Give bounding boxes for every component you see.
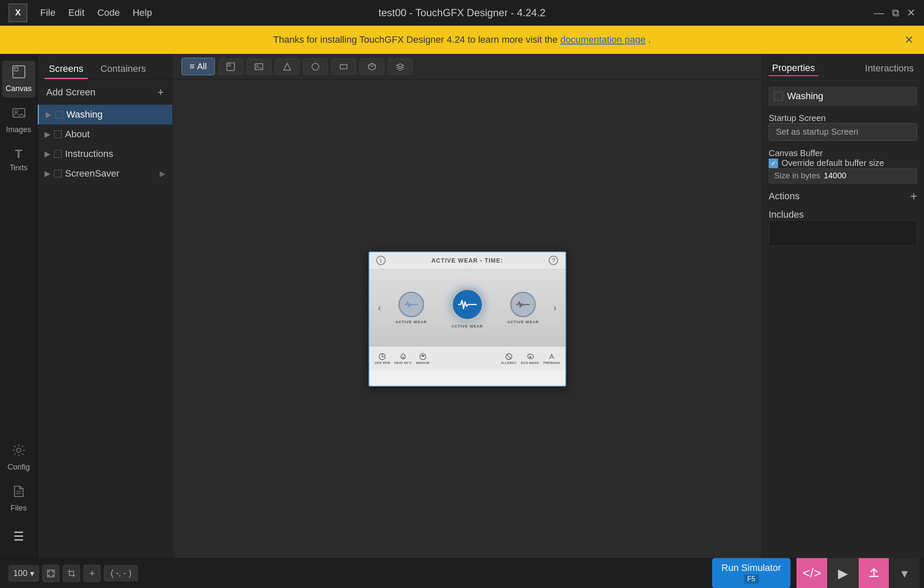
texts-label: Texts [9,163,27,172]
run-simulator-label: Run Simulator [722,562,781,573]
help-icon: ? [549,256,558,265]
footer-item-ecowash: ECO WASH [521,353,539,364]
set-startup-screen-button[interactable]: Set as startup Screen [769,123,917,141]
tab-screens[interactable]: Screens [45,60,88,79]
notification-banner: Thanks for installing TouchGFX Designer … [0,26,924,54]
code-button[interactable]: </> [796,558,827,588]
footer-item-medium: MEDIUM [416,353,429,364]
toolbar-image-button[interactable] [247,59,271,75]
screen-checkbox[interactable] [54,130,62,138]
add-screen-label: Add Screen [46,87,95,98]
menu-help[interactable]: Help [133,7,152,18]
maximize-button[interactable]: ⧉ [892,7,899,19]
next-arrow[interactable]: › [553,302,557,314]
actions-add-button[interactable]: + [910,189,917,203]
toolbar-layers-button[interactable] [388,59,413,75]
add-icon: + [89,568,95,579]
files-label: Files [10,504,27,513]
toolbar-widget-button[interactable] [218,59,243,75]
screen-preview[interactable]: i ACTIVE WEAR - TIME: ? ‹ ACTIVE W [368,251,566,387]
toolbar-row: ≡ All [173,54,761,80]
override-checkbox[interactable]: ✓ [769,159,778,168]
screen-item-about[interactable]: ▶ About [38,124,172,144]
coordinate-display: ( -, - ) [104,565,138,581]
all-icon: ≡ [190,62,195,71]
crop-icon [67,569,76,578]
fit-screen-icon [47,569,55,578]
canvas-workspace: i ACTIVE WEAR - TIME: ? ‹ ACTIVE W [173,80,761,558]
chevron-icon: ▶ [45,169,51,178]
minimize-button[interactable]: — [874,7,884,19]
prev-arrow[interactable]: ‹ [378,302,381,314]
prog-label-left: ACTIVE WEAR [395,320,427,324]
sidebar-item-images[interactable]: Images [2,102,36,139]
prewash-icon [548,353,556,360]
screen-checkbox[interactable] [55,111,63,118]
toolbar-rect-button[interactable] [331,59,356,75]
waveform-svg-left [404,300,418,309]
toolbar-all-button[interactable]: ≡ All [181,58,215,75]
tab-properties[interactable]: Properties [769,61,818,76]
screen-checkbox[interactable] [54,170,62,177]
sidebar-item-config[interactable]: Config [2,439,36,476]
wash-program-right[interactable]: ACTIVE WEAR [497,292,549,324]
image-icon [255,62,263,71]
hamburger-icon: ☰ [13,529,24,544]
screen-item-screensaver[interactable]: ▶ ScreenSaver ▶ [38,164,172,183]
menu-code[interactable]: Code [97,7,120,18]
wash-program-center[interactable]: ACTIVE WEAR [441,287,493,328]
svg-marker-11 [284,63,291,70]
rpm-label: 1000 RPM [374,361,390,364]
size-input-row[interactable]: Size in bytes 14000 [769,168,917,183]
screen-name-checkbox[interactable] [774,92,783,100]
sidebar-item-texts[interactable]: T Texts [2,143,36,177]
tab-interactions[interactable]: Interactions [862,61,917,76]
play-button[interactable]: ▶ [827,558,858,588]
medium-icon [419,353,427,360]
screen-item-washing[interactable]: ▶ Washing [38,105,172,124]
prog-label-right: ACTIVE WEAR [507,320,539,324]
medium-label: MEDIUM [416,361,429,364]
toolbar-shape-button[interactable] [275,59,300,75]
screen-checkbox[interactable] [54,150,62,158]
box3d-icon [368,62,376,71]
menu-file[interactable]: File [40,7,55,18]
more-button[interactable]: ▾ [889,558,920,588]
startup-screen-section: Startup Screen Set as startup Screen [769,112,917,141]
toolbar-circle-button[interactable] [303,59,328,75]
info-icon: i [376,256,386,265]
fit-screen-button[interactable] [42,565,59,582]
zoom-select[interactable]: 100 ▾ [9,565,39,582]
canvas-label: Canvas [6,84,32,93]
menu-edit[interactable]: Edit [68,7,84,18]
wash-program-left[interactable]: ACTIVE WEAR [386,292,437,324]
add-screen-row[interactable]: Add Screen + [38,80,172,105]
heat-label: HEAT 60°C [395,361,412,364]
screen-item-instructions[interactable]: ▶ Instructions [38,144,172,164]
play-icon: ▶ [838,566,848,581]
screen-name-field[interactable]: Washing [769,87,917,106]
f5-label: F5 [744,574,759,584]
add-screen-button[interactable]: + [157,86,164,99]
close-button[interactable]: ✕ [907,7,915,19]
banner-close-button[interactable]: ✕ [904,33,914,47]
toolbar-box3d-button[interactable] [359,59,384,75]
ecowash-label: ECO WASH [521,361,539,364]
sidebar-item-files[interactable]: Files [2,480,36,517]
code-icon: </> [802,566,821,580]
run-simulator-button[interactable]: Run Simulator F5 [712,558,790,588]
banner-link[interactable]: documentation page [560,34,645,45]
app-logo: X [9,3,27,22]
hamburger-button[interactable]: ☰ [3,521,34,551]
panel-tabs: Screens Containers [38,54,172,80]
tab-containers[interactable]: Containers [96,60,150,79]
chevron-icon: ▶ [45,130,51,139]
sidebar-item-canvas[interactable]: Canvas [2,61,36,98]
crop-button[interactable] [63,565,80,582]
footer-right-group: ALLERGY ECO WASH [501,353,560,364]
size-value[interactable]: 14000 [824,171,847,180]
add-button[interactable]: + [83,565,101,582]
canvas-icon [12,65,26,82]
texts-icon: T [15,147,22,161]
upload-button[interactable] [858,558,889,588]
